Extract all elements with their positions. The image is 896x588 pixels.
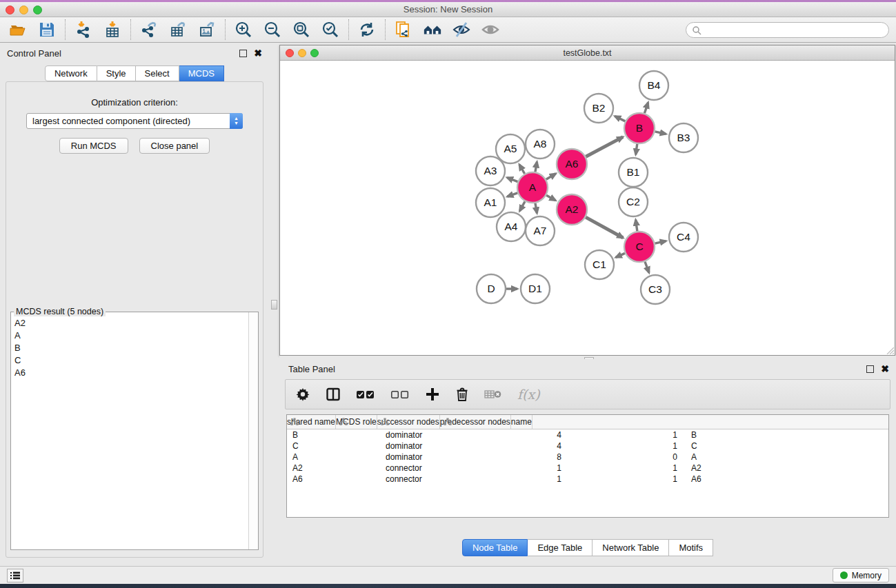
zoom-selected-icon[interactable] [321, 20, 340, 39]
birds-eye-view-icon[interactable] [423, 20, 442, 39]
cell-successor-nodes[interactable]: 4 [466, 430, 570, 440]
cell-successor-nodes[interactable]: 1 [466, 474, 570, 484]
add-column-icon[interactable] [425, 387, 440, 402]
cell-shared-name[interactable]: B [287, 430, 380, 440]
zoom-fit-icon[interactable] [292, 20, 311, 39]
cell-name[interactable]: A6 [686, 474, 742, 484]
graph-edge-C-C2[interactable] [636, 220, 637, 231]
graph-edge-A-A2[interactable] [546, 195, 555, 201]
mcds-result-item[interactable]: A2 [12, 316, 248, 329]
zoom-in-icon[interactable] [234, 20, 253, 39]
close-panel-icon[interactable]: ✖ [881, 365, 889, 373]
splitter-grip[interactable] [271, 300, 277, 310]
graph-edge-B-B4[interactable] [644, 103, 648, 114]
search-box[interactable] [686, 22, 889, 38]
cell-mcds-role[interactable]: dominator [380, 441, 466, 451]
cell-predecessor-nodes[interactable]: 1 [570, 474, 686, 484]
graph-edge-C-C3[interactable] [645, 262, 649, 273]
graph-edge-B-B1[interactable] [636, 144, 637, 154]
table-tab[interactable]: Node Table [462, 539, 528, 556]
cell-predecessor-nodes[interactable]: 1 [570, 441, 686, 451]
column-header[interactable]: predecessor nodes [440, 415, 511, 429]
node-table[interactable]: shared name MCDS role successor nodes [286, 414, 889, 518]
cell-successor-nodes[interactable]: 4 [466, 441, 570, 451]
mcds-result-item[interactable]: A6 [12, 366, 248, 378]
import-table-icon[interactable] [103, 20, 122, 39]
control-panel-tab[interactable]: Style [97, 65, 136, 81]
delete-table-icon[interactable] [484, 388, 502, 401]
cell-mcds-role[interactable]: connector [380, 474, 466, 484]
cell-shared-name[interactable]: C [287, 441, 380, 451]
unselect-all-columns-icon[interactable] [390, 389, 410, 400]
task-history-button[interactable] [7, 569, 23, 582]
graph-edge-A-A8[interactable] [535, 162, 537, 172]
table-row[interactable]: A6 connector 1 1 A6 [287, 474, 888, 485]
cell-mcds-role[interactable]: dominator [380, 430, 466, 440]
graph-edge-A-A1[interactable] [507, 193, 517, 196]
table-tab[interactable]: Motifs [669, 539, 713, 556]
mcds-result-item[interactable]: C [12, 354, 248, 366]
graph-edge-C-C4[interactable] [655, 241, 666, 244]
hide-graphics-details-icon[interactable] [452, 20, 471, 39]
show-column-icon[interactable] [326, 387, 341, 402]
column-header[interactable]: name [511, 415, 532, 429]
cell-shared-name[interactable]: A6 [287, 474, 380, 484]
cell-predecessor-nodes[interactable]: 1 [570, 463, 686, 473]
function-builder-icon[interactable]: f(x) [517, 387, 540, 402]
table-row[interactable]: A2 connector 1 1 A2 [287, 463, 888, 474]
column-header[interactable]: shared name [287, 415, 336, 429]
window-resize-grip[interactable] [885, 345, 894, 354]
float-panel-icon[interactable] [239, 50, 247, 57]
run-mcds-button[interactable]: Run MCDS [59, 138, 128, 154]
column-header[interactable]: MCDS role [336, 415, 377, 429]
graph-edge-A-A4[interactable] [519, 201, 525, 211]
table-row[interactable]: B dominator 4 1 B [287, 429, 888, 440]
mcds-result-item[interactable]: A [12, 329, 248, 341]
cell-predecessor-nodes[interactable]: 1 [570, 430, 686, 440]
graph-edge-A-A7[interactable] [535, 203, 537, 214]
network-canvas[interactable]: B4B2BB3B1C2A5A8A3A6AA1A4A7A2CC4C1C3DD1 [280, 61, 895, 355]
graph-edge-A-A3[interactable] [507, 178, 517, 182]
memory-button[interactable]: Memory [833, 568, 889, 582]
import-network-icon[interactable] [74, 20, 93, 39]
cell-name[interactable]: B [686, 430, 742, 440]
search-input[interactable] [701, 26, 883, 35]
mcds-result-item[interactable]: B [12, 341, 248, 354]
graph-edge-A6-B[interactable] [586, 137, 623, 157]
cell-name[interactable]: A2 [686, 463, 742, 473]
save-session-icon[interactable] [37, 20, 57, 39]
column-header[interactable]: successor nodes [377, 415, 440, 429]
graph-svg[interactable]: B4B2BB3B1C2A5A8A3A6AA1A4A7A2CC4C1C3DD1 [280, 61, 895, 355]
cell-mcds-role[interactable]: connector [380, 463, 466, 473]
float-panel-icon[interactable] [866, 365, 874, 373]
control-panel-tab[interactable]: MCDS [179, 65, 224, 81]
cell-mcds-role[interactable]: dominator [380, 452, 466, 462]
close-panel-button[interactable]: Close panel [139, 138, 210, 154]
open-file-icon[interactable] [8, 20, 28, 39]
graph-edge-A-A5[interactable] [519, 165, 525, 174]
delete-column-icon[interactable] [455, 387, 469, 402]
show-graphics-details-icon[interactable] [481, 20, 500, 39]
table-tab[interactable]: Edge Table [528, 539, 593, 556]
vertical-splitter[interactable] [269, 43, 279, 566]
control-panel-tab[interactable]: Select [136, 65, 179, 81]
close-panel-icon[interactable]: ✖ [254, 50, 262, 57]
graph-edge-C-C1[interactable] [616, 253, 625, 257]
criterion-select[interactable]: largest connected component (directed) ▲… [26, 113, 243, 129]
mcds-result-list[interactable]: A2 A B C A6 [12, 316, 248, 549]
export-network-icon[interactable] [139, 20, 159, 39]
table-options-icon[interactable] [295, 387, 310, 402]
cell-predecessor-nodes[interactable]: 0 [570, 452, 686, 462]
graph-edge-A-A6[interactable] [546, 174, 556, 179]
select-all-columns-icon[interactable] [356, 389, 375, 400]
graph-edge-A2-C[interactable] [586, 217, 623, 238]
cell-name[interactable]: A [686, 452, 742, 462]
zoom-out-icon[interactable] [263, 20, 282, 39]
table-tab[interactable]: Network Table [593, 539, 669, 556]
apply-layout-icon[interactable] [357, 20, 377, 39]
network-window-titlebar[interactable]: testGlobe.txt [280, 45, 895, 61]
cell-shared-name[interactable]: A [287, 452, 380, 462]
table-row[interactable]: A dominator 8 0 A [287, 452, 888, 463]
graph-edge-B-B3[interactable] [655, 132, 666, 134]
export-image-icon[interactable] [197, 20, 217, 39]
